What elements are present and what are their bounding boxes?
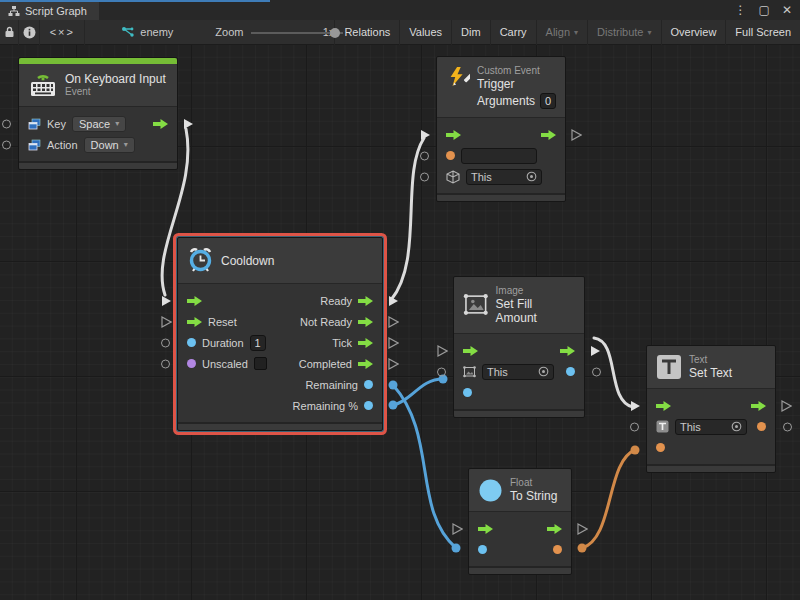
duration-port[interactable] xyxy=(161,338,170,347)
text-out-port[interactable] xyxy=(783,422,792,431)
string-port-dot[interactable] xyxy=(446,151,455,160)
overview-button[interactable]: Overview xyxy=(661,20,726,45)
action-dropdown[interactable]: Down ▾ xyxy=(84,137,135,153)
graph-icon xyxy=(121,26,135,38)
event-name-field[interactable] xyxy=(461,148,537,164)
node-to-string[interactable]: Float To String xyxy=(468,468,572,575)
flow-output-arrow[interactable] xyxy=(358,338,373,348)
flow-input-arrow[interactable] xyxy=(463,346,478,356)
flow-input-arrow[interactable] xyxy=(187,317,202,327)
target-input-port[interactable] xyxy=(630,422,639,431)
arguments-field[interactable]: 0 xyxy=(540,93,556,109)
target-input-port[interactable] xyxy=(437,367,446,376)
action-input-port[interactable] xyxy=(2,140,11,149)
object-picker-icon[interactable] xyxy=(526,171,537,182)
flow-in-port[interactable] xyxy=(630,400,641,412)
carry-button[interactable]: Carry xyxy=(490,20,536,45)
inspect-button[interactable] xyxy=(19,20,40,45)
image-out-dot[interactable] xyxy=(566,367,575,376)
flow-out-port[interactable] xyxy=(781,400,792,412)
edit-source-button[interactable]: <×> xyxy=(40,20,85,45)
graph-name: enemy xyxy=(140,26,173,38)
float-port-dot[interactable] xyxy=(364,401,373,410)
wire-tostring-to-settext[interactable] xyxy=(582,450,635,548)
trigger-in-port[interactable] xyxy=(420,129,431,141)
image-icon xyxy=(463,293,489,317)
object-picker-icon[interactable] xyxy=(731,421,742,432)
values-button[interactable]: Values xyxy=(399,20,451,45)
graph-breadcrumb[interactable]: enemy xyxy=(121,26,173,38)
flow-output-arrow[interactable] xyxy=(153,119,168,129)
flow-output-arrow[interactable] xyxy=(547,524,562,534)
node-set-text[interactable]: Text Set Text xyxy=(646,345,776,473)
bool-port-dot[interactable] xyxy=(187,359,196,368)
key-input-port[interactable] xyxy=(2,119,11,128)
tick-out-port[interactable] xyxy=(388,337,399,349)
flow-output-arrow[interactable] xyxy=(541,130,556,140)
wire-cooldown-ready-to-trigger[interactable] xyxy=(391,138,424,300)
port-row-reset-notready: Reset Not Ready xyxy=(178,311,382,332)
float-port-dot[interactable] xyxy=(187,338,196,347)
string-out-dot[interactable] xyxy=(553,545,562,554)
float-port-dot[interactable] xyxy=(364,380,373,389)
node-trigger-custom-event[interactable]: Custom Event Trigger Arguments 0 xyxy=(436,56,566,202)
port-row-duration-tick: Duration 1 Tick xyxy=(178,332,382,353)
image-small-icon xyxy=(463,366,476,378)
flow-output-arrow[interactable] xyxy=(358,296,373,306)
trigger-out-port[interactable] xyxy=(183,118,194,130)
target-input-port[interactable] xyxy=(420,172,429,181)
flow-input-arrow[interactable] xyxy=(478,524,493,534)
node-cooldown[interactable]: Cooldown Ready xyxy=(177,237,383,431)
relations-button[interactable]: Relations xyxy=(334,20,399,45)
flow-input-arrow[interactable] xyxy=(656,401,671,411)
node-on-keyboard-input[interactable]: On Keyboard Input Event Key Space ▾ xyxy=(18,57,178,170)
zoom-slider[interactable] xyxy=(251,20,316,45)
lock-button[interactable] xyxy=(0,20,19,45)
target-field[interactable]: This xyxy=(675,419,747,435)
zoom-slider-handle[interactable] xyxy=(330,28,340,38)
completed-out-port[interactable] xyxy=(388,358,399,370)
flow-input-arrow[interactable] xyxy=(446,130,461,140)
name-input-port[interactable] xyxy=(420,151,429,160)
unscaled-port[interactable] xyxy=(161,359,170,368)
image-out-port[interactable] xyxy=(592,367,601,376)
flow-out-port[interactable] xyxy=(571,129,582,141)
align-button[interactable]: Align ▾ xyxy=(536,20,587,45)
wire-remaining-to-tostring[interactable] xyxy=(393,385,456,548)
not-ready-out-port[interactable] xyxy=(388,316,399,328)
string-port-dot[interactable] xyxy=(656,443,665,452)
flow-input-arrow[interactable] xyxy=(187,296,202,306)
dim-button[interactable]: Dim xyxy=(451,20,490,45)
enter-port[interactable] xyxy=(161,295,172,307)
flow-in-port[interactable] xyxy=(452,523,463,535)
flow-output-arrow[interactable] xyxy=(358,359,373,369)
node-set-fill-amount[interactable]: Image Set Fill Amount xyxy=(453,276,585,418)
float-port-dot[interactable] xyxy=(463,388,472,397)
ready-out-port[interactable] xyxy=(388,295,399,307)
flow-output-arrow[interactable] xyxy=(358,317,373,327)
wire-remainingpct-to-setfill[interactable] xyxy=(393,379,443,405)
flow-output-arrow[interactable] xyxy=(751,401,766,411)
port-row-flow xyxy=(647,395,775,416)
duration-field[interactable]: 1 xyxy=(250,335,266,351)
object-picker-icon[interactable] xyxy=(538,366,549,377)
reset-port[interactable] xyxy=(161,316,172,328)
window-menu-icon[interactable]: ⋮ xyxy=(735,3,747,17)
float-in-dot[interactable] xyxy=(478,545,487,554)
text-out-dot[interactable] xyxy=(757,422,766,431)
gameobject-cube-icon xyxy=(446,170,460,184)
distribute-button[interactable]: Distribute ▾ xyxy=(587,20,660,45)
flow-out-port[interactable] xyxy=(590,345,601,357)
tab-script-graph[interactable]: Script Graph xyxy=(0,2,99,20)
target-field[interactable]: This xyxy=(482,364,554,380)
key-dropdown[interactable]: Space ▾ xyxy=(72,116,126,132)
target-field[interactable]: This xyxy=(466,169,542,185)
flow-in-port[interactable] xyxy=(437,345,448,357)
window-maximize-icon[interactable]: ▢ xyxy=(759,3,770,17)
flow-output-arrow[interactable] xyxy=(560,346,575,356)
graph-canvas[interactable]: On Keyboard Input Event Key Space ▾ xyxy=(0,45,800,600)
unscaled-checkbox[interactable] xyxy=(254,357,267,370)
flow-out-port[interactable] xyxy=(577,523,588,535)
window-close-icon[interactable]: ✕ xyxy=(782,3,792,17)
full-screen-button[interactable]: Full Screen xyxy=(725,20,800,45)
